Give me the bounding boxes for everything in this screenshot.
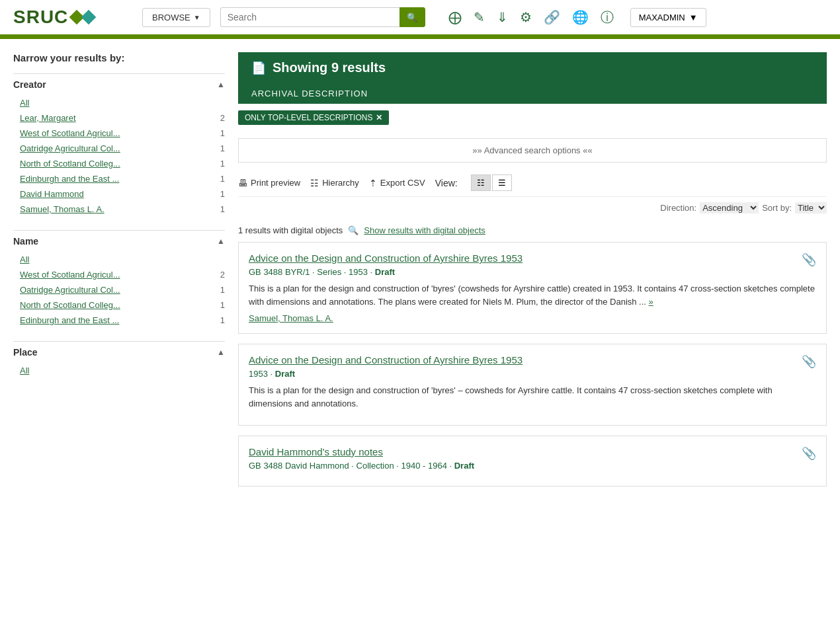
facet-name-caret-icon: ▲ xyxy=(217,237,225,246)
results-area: 📄 Showing 9 results ARCHIVAL DESCRIPTION… xyxy=(238,52,827,496)
filter-bar: ONLY TOP-LEVEL DESCRIPTIONS ✕ xyxy=(238,104,827,132)
facet-place: Place ▲ All xyxy=(13,341,225,378)
archival-label: ARCHIVAL DESCRIPTION xyxy=(251,89,368,98)
facet-count: 1 xyxy=(220,189,225,199)
facet-creator-label: Creator xyxy=(13,79,46,90)
grid-view-button[interactable]: ☷ xyxy=(471,174,491,191)
facet-link[interactable]: Oatridge Agricultural Col... xyxy=(20,285,120,295)
facet-count: 2 xyxy=(220,270,225,280)
list-item: Lear, Margaret 2 xyxy=(13,110,225,126)
facet-place-label: Place xyxy=(13,347,38,358)
filter-remove-icon[interactable]: ✕ xyxy=(376,113,382,122)
results-count: Showing 9 results xyxy=(273,60,386,75)
sidebar-title: Narrow your results by: xyxy=(13,52,225,63)
link-icon[interactable]: 🔗 xyxy=(544,9,560,25)
browse-button[interactable]: BROWSE ▼ xyxy=(142,8,210,27)
advanced-search-arrows-icon: »» xyxy=(472,145,482,155)
facet-name: Name ▲ All West of Scotland Agricul... 2… xyxy=(13,230,225,328)
export-csv-button[interactable]: ⇡ Export CSV xyxy=(369,178,425,188)
list-item: North of Scotland Colleg... 1 xyxy=(13,156,225,171)
view-label: View: xyxy=(435,178,458,188)
result-title-1[interactable]: Advice on the Design and Construction of… xyxy=(249,252,816,264)
list-item: West of Scotland Agricul... 1 xyxy=(13,126,225,141)
hierarchy-label: Hierarchy xyxy=(322,178,359,188)
export-csv-label: Export CSV xyxy=(380,178,425,188)
search-bar: 🔍 xyxy=(220,7,425,27)
read-more-link-1[interactable]: » xyxy=(649,297,653,307)
facet-place-all-link[interactable]: All xyxy=(20,366,29,375)
export-icon: ⇡ xyxy=(369,178,377,188)
print-icon: 🖶 xyxy=(238,178,247,188)
facet-name-label: Name xyxy=(13,236,38,247)
facet-creator-header[interactable]: Creator ▲ xyxy=(13,73,225,95)
sort-select[interactable]: Title Date xyxy=(795,202,827,213)
advanced-search-panel[interactable]: »» Advanced search options «« xyxy=(238,138,827,163)
clip-icon-3[interactable]: 📎 xyxy=(802,446,816,461)
facet-creator-caret-icon: ▲ xyxy=(217,80,225,89)
results-header: 📄 Showing 9 results xyxy=(238,52,827,83)
filter-tag[interactable]: ONLY TOP-LEVEL DESCRIPTIONS ✕ xyxy=(238,110,389,125)
facet-creator-all: All xyxy=(13,95,225,110)
list-item: Oatridge Agricultural Col... 1 xyxy=(13,141,225,156)
facet-place-header[interactable]: Place ▲ xyxy=(13,341,225,363)
show-digital-link[interactable]: Show results with digital objects xyxy=(364,225,485,235)
facet-link[interactable]: Lear, Margaret xyxy=(20,113,76,123)
facet-link[interactable]: David Hammond xyxy=(20,189,84,199)
list-item: North of Scotland Colleg... 1 xyxy=(13,297,225,313)
result-meta-2: 1953 · Draft xyxy=(249,369,816,379)
logo-text: SRUC xyxy=(13,7,68,28)
digital-notice: 1 results with digital objects 🔍 Show re… xyxy=(238,219,827,242)
facet-link[interactable]: West of Scotland Agricul... xyxy=(20,270,120,280)
direction-label: Direction: xyxy=(660,203,696,213)
search-button[interactable]: 🔍 xyxy=(399,7,425,27)
add-icon[interactable]: ⨁ xyxy=(448,9,462,25)
facet-count: 1 xyxy=(220,300,225,310)
hierarchy-button[interactable]: ☷ Hierarchy xyxy=(310,178,359,188)
user-menu-button[interactable]: MAXADMIN ▼ xyxy=(630,8,706,27)
globe-icon[interactable]: 🌐 xyxy=(572,9,589,25)
list-item: Edinburgh and the East ... 1 xyxy=(13,313,225,328)
facet-name-header[interactable]: Name ▲ xyxy=(13,230,225,252)
facet-link[interactable]: Oatridge Agricultural Col... xyxy=(20,143,120,153)
list-item: Oatridge Agricultural Col... 1 xyxy=(13,282,225,297)
direction-select[interactable]: Ascending Descending xyxy=(700,202,759,213)
clip-icon-1[interactable]: 📎 xyxy=(802,252,816,267)
facet-creator: Creator ▲ All Lear, Margaret 2 West of S… xyxy=(13,73,225,217)
facet-count: 1 xyxy=(220,159,225,169)
list-item: Samuel, Thomas L. A. 1 xyxy=(13,202,225,217)
sidebar: Narrow your results by: Creator ▲ All Le… xyxy=(13,52,225,496)
facet-edinburgh-east-creator-link[interactable]: Edinburgh and the East ... xyxy=(20,174,119,184)
result-item-2: 📎 Advice on the Design and Construction … xyxy=(238,344,827,426)
facet-link[interactable]: North of Scotland Colleg... xyxy=(20,300,120,310)
facet-name-all-link[interactable]: All xyxy=(20,254,29,264)
facet-edinburgh-east-name-link[interactable]: Edinburgh and the East ... xyxy=(20,315,119,325)
toolbar: 🖶 Print preview ☷ Hierarchy ⇡ Export CSV… xyxy=(238,169,827,197)
list-view-button[interactable]: ☰ xyxy=(492,174,512,191)
result-title-3[interactable]: David Hammond's study notes xyxy=(249,446,816,457)
result-title-2[interactable]: Advice on the Design and Construction of… xyxy=(249,354,816,366)
clip-icon-2[interactable]: 📎 xyxy=(802,354,816,369)
user-label: MAXADMIN xyxy=(639,13,685,22)
facet-count: 1 xyxy=(220,315,225,325)
result-meta-1: GB 3488 BYR/1 · Series · 1953 · Draft xyxy=(249,267,816,277)
search-icon: 🔍 xyxy=(407,13,418,22)
info-icon[interactable]: ⓘ xyxy=(601,9,614,26)
list-item: David Hammond 1 xyxy=(13,186,225,202)
facet-place-all: All xyxy=(13,363,225,378)
logo-area: SRUC xyxy=(13,7,132,28)
settings-icon[interactable]: ⚙ xyxy=(520,9,532,25)
search-input[interactable] xyxy=(220,7,399,27)
browse-arrow-icon: ▼ xyxy=(194,14,200,21)
print-preview-button[interactable]: 🖶 Print preview xyxy=(238,178,300,188)
main-container: Narrow your results by: Creator ▲ All Le… xyxy=(0,39,840,510)
facet-link[interactable]: North of Scotland Colleg... xyxy=(20,159,120,169)
facet-link[interactable]: Samuel, Thomas L. A. xyxy=(20,204,105,214)
facet-link[interactable]: West of Scotland Agricul... xyxy=(20,128,120,138)
user-arrow-icon: ▼ xyxy=(689,13,698,22)
edit-icon[interactable]: ✎ xyxy=(474,9,485,25)
facet-count: 1 xyxy=(220,128,225,138)
facet-creator-all-link[interactable]: All xyxy=(20,98,29,108)
download-icon[interactable]: ⇓ xyxy=(497,9,508,25)
list-item: West of Scotland Agricul... 2 xyxy=(13,267,225,282)
result-creator-1[interactable]: Samuel, Thomas L. A. xyxy=(249,313,816,323)
